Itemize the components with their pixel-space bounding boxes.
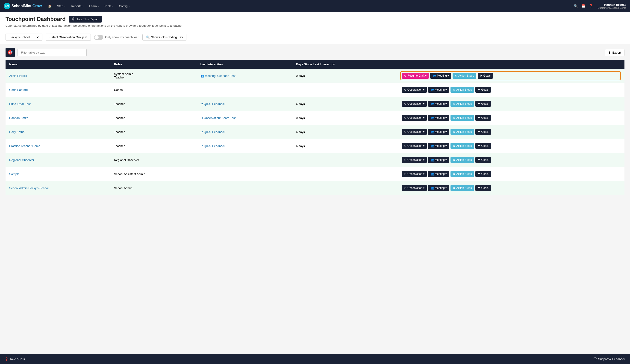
school-select[interactable]: Becky's School — [8, 35, 40, 39]
name-link[interactable]: Holly Kathol — [9, 130, 25, 134]
cell-roles: Teacher — [110, 111, 197, 125]
goals-button[interactable]: ⚑ Goals — [476, 185, 490, 191]
goals-button[interactable]: ⚑ Goals — [476, 101, 490, 107]
help-icon[interactable]: ❓ — [589, 4, 593, 8]
name-link[interactable]: Practice Teacher Demo — [9, 144, 40, 148]
goals-button[interactable]: ⚑ Goals — [476, 157, 490, 163]
calendar-icon[interactable]: 📅 — [582, 4, 585, 8]
cell-days: 6 days — [292, 125, 396, 139]
search-icon[interactable]: 🔍 — [574, 4, 578, 8]
nav-reports[interactable]: Reports ▾ — [69, 3, 86, 9]
color-coding-button[interactable]: 🔍 Show Color-Coding Key — [142, 34, 186, 40]
table-toolbar: 🎯 ⬆ Export — [6, 48, 624, 57]
nav-learn[interactable]: Learn ▾ — [87, 3, 101, 9]
cell-name: School Admin Becky's School — [6, 181, 110, 195]
col-actions — [396, 60, 624, 69]
name-link[interactable]: School Admin Becky's School — [9, 186, 48, 190]
cell-name: Holly Kathol — [6, 125, 110, 139]
resume-draft-button[interactable]: ⊙ Resume Draft ▾ — [402, 73, 429, 79]
nav-home[interactable]: 🏠 — [46, 3, 54, 9]
cell-name: Alicia Florrick — [6, 69, 110, 83]
action-steps-button[interactable]: ⚙ Action Steps — [450, 115, 474, 121]
col-days: Days Since Last Interaction — [292, 60, 396, 69]
cell-days: 0 days — [292, 69, 396, 83]
observation-button[interactable]: ⊙ Observation ▾ — [402, 143, 427, 149]
action-steps-button[interactable]: ⚙ Action Steps — [450, 101, 474, 107]
name-link[interactable]: Erins Email Test — [9, 102, 31, 106]
meeting-button[interactable]: 👥 Meeting ▾ — [428, 115, 449, 121]
observation-button[interactable]: ⊙ Observation ▾ — [402, 185, 427, 191]
goals-button[interactable]: ⚑ Goals — [478, 73, 493, 79]
observation-button[interactable]: ⊙ Observation ▾ — [402, 101, 427, 107]
cell-last-interaction — [197, 167, 292, 181]
meeting-button[interactable]: 👥 Meeting ▾ — [428, 171, 449, 177]
page-subtitle: Color status determined by date of last … — [6, 24, 624, 27]
nav-config[interactable]: Config ▾ — [116, 3, 132, 9]
table-area: 🎯 ⬆ Export Name Roles Last Interaction D… — [0, 44, 630, 199]
name-link[interactable]: Sample — [9, 172, 19, 176]
interaction-link[interactable]: ⇌ Quick Feedback — [200, 102, 289, 106]
action-buttons-group: ⊙ Observation ▾👥 Meeting ▾⚙ Action Steps… — [400, 183, 621, 192]
observation-button[interactable]: ⊙ Observation ▾ — [402, 171, 427, 177]
action-buttons-group: ⊙ Observation ▾👥 Meeting ▾⚙ Action Steps… — [400, 85, 621, 94]
observation-button[interactable]: ⊙ Observation ▾ — [402, 115, 427, 121]
export-label: Export — [612, 51, 621, 54]
chevron-down-icon: ▾ — [98, 5, 99, 7]
cell-days — [292, 153, 396, 167]
action-buttons-group: ⊙ Observation ▾👥 Meeting ▾⚙ Action Steps… — [400, 113, 621, 122]
interaction-link[interactable]: ⇌ Quick Feedback — [200, 130, 289, 134]
filter-input[interactable] — [18, 49, 87, 56]
action-steps-button[interactable]: ⚙ Action Steps — [450, 143, 474, 149]
name-link[interactable]: Hannah Smith — [9, 116, 28, 120]
goals-button[interactable]: ⚑ Goals — [476, 143, 490, 149]
cell-actions: ⊙ Observation ▾👥 Meeting ▾⚙ Action Steps… — [396, 139, 624, 153]
observation-button[interactable]: ⊙ Observation ▾ — [402, 87, 427, 93]
interaction-link[interactable]: ⇌ Quick Feedback — [200, 144, 289, 148]
action-steps-button[interactable]: ⚙ Action Steps — [450, 129, 474, 135]
action-steps-button[interactable]: ⚙ Action Steps — [450, 157, 474, 163]
action-steps-button[interactable]: ⚙ Action Steps — [450, 171, 474, 177]
meeting-button[interactable]: 👥 Meeting ▾ — [428, 143, 449, 149]
observation-group-select[interactable]: Select Observation Group — [48, 35, 88, 39]
cell-roles: School Admin — [110, 181, 197, 195]
table-row: Holly KatholTeacher⇌ Quick Feedback6 day… — [6, 125, 624, 139]
table-row: Practice Teacher DemoTeacher⇌ Quick Feed… — [6, 139, 624, 153]
meeting-button[interactable]: 👥 Meeting ▾ — [428, 185, 449, 191]
meeting-button[interactable]: 👥 Meeting ▾ — [428, 87, 449, 93]
name-link[interactable]: Alicia Florrick — [9, 74, 27, 78]
school-select-wrap[interactable]: Becky's School — [6, 34, 42, 41]
chevron-down-icon: ▾ — [82, 5, 84, 7]
meeting-button[interactable]: 👥 Meeting ▾ — [430, 73, 451, 79]
name-link[interactable]: Regional Observer — [9, 158, 34, 162]
tour-button[interactable]: ⓘ Tour This Report — [69, 16, 102, 22]
nav-start[interactable]: Start ▾ — [55, 3, 68, 9]
nav-tools-label: Tools — [104, 4, 111, 8]
meeting-button[interactable]: 👥 Meeting ▾ — [428, 157, 449, 163]
goals-button[interactable]: ⚑ Goals — [476, 115, 490, 121]
observation-group-select-wrap[interactable]: Select Observation Group — [46, 34, 91, 41]
goals-button[interactable]: ⚑ Goals — [476, 87, 490, 93]
observation-button[interactable]: ⊙ Observation ▾ — [402, 157, 427, 163]
table-row: Alicia FlorrickSystem Admin Teacher👥 Mee… — [6, 69, 624, 83]
observation-button[interactable]: ⊙ Observation ▾ — [402, 129, 427, 135]
toggle-knob — [94, 35, 98, 39]
meeting-button[interactable]: 👥 Meeting ▾ — [428, 129, 449, 135]
goals-button[interactable]: ⚑ Goals — [476, 129, 490, 135]
cell-days — [292, 181, 396, 195]
target-icon-button[interactable]: 🎯 — [6, 48, 15, 57]
search-icon: 🔍 — [146, 35, 150, 39]
action-steps-button[interactable]: ⚙ Action Steps — [450, 185, 474, 191]
cell-roles: Regional Observer — [110, 153, 197, 167]
meeting-button[interactable]: 👥 Meeting ▾ — [428, 101, 449, 107]
export-button[interactable]: ⬆ Export — [605, 49, 624, 56]
interaction-link[interactable]: 👥 Meeting: Userlane Test — [200, 74, 289, 78]
nav-tools[interactable]: Tools ▾ — [102, 3, 116, 9]
coach-load-toggle-wrap: Only show my coach load — [94, 35, 139, 40]
name-link[interactable]: Corie Sanford — [9, 88, 28, 92]
coach-load-toggle[interactable] — [94, 35, 103, 40]
action-steps-button[interactable]: ⚙ Action Steps — [450, 87, 474, 93]
action-buttons-group: ⊙ Resume Draft ▾👥 Meeting ▾⚙ Action Step… — [400, 71, 621, 80]
action-steps-button[interactable]: ⚙ Action Steps — [452, 73, 476, 79]
goals-button[interactable]: ⚑ Goals — [476, 171, 490, 177]
interaction-link[interactable]: ⊙ Observation: Score Test — [200, 116, 289, 120]
